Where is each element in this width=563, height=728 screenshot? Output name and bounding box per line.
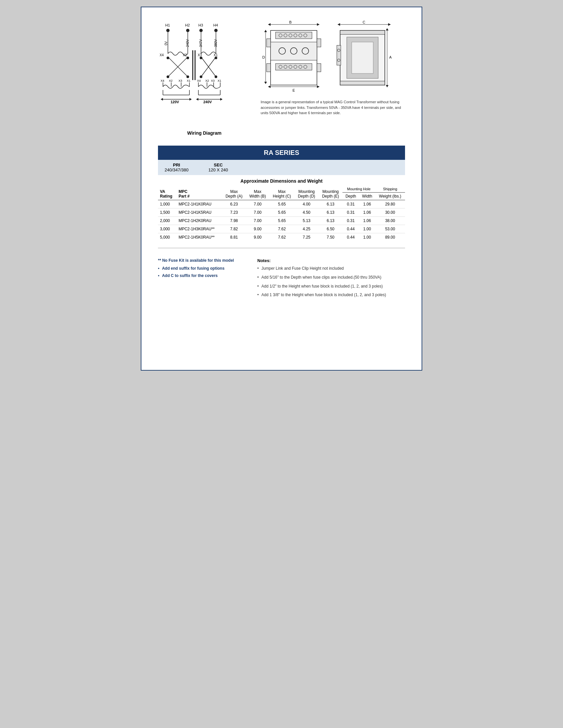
transformer-diagrams: B D E [260, 21, 405, 93]
svg-point-31 [186, 75, 189, 78]
svg-point-27 [186, 57, 189, 59]
wiring-section: H1 H2 H3 H4 0V 240V 347V 380V [158, 21, 251, 136]
left-bullet-1: Add end suffix for fusing options [158, 266, 244, 271]
right-bullet: Add 1/2" to the Height when fuse block i… [257, 284, 405, 289]
svg-point-30 [166, 75, 169, 78]
svg-point-28 [200, 57, 202, 59]
notes-title: Notes: [257, 258, 405, 263]
svg-marker-57 [161, 98, 163, 101]
col-mh-depth: Depth [343, 193, 359, 200]
svg-marker-65 [268, 23, 270, 26]
svg-text:X3: X3 [198, 53, 202, 57]
svg-rect-110 [340, 81, 385, 85]
cell-mount-d: 4.00 [295, 200, 319, 208]
transformer-caption: Image is a general representation of a t… [260, 99, 405, 116]
svg-text:B: B [289, 21, 292, 24]
svg-rect-96 [317, 39, 321, 47]
cell-mount-e: 7.50 [319, 233, 343, 242]
cell-mount-e: 6.50 [319, 225, 343, 233]
cell-height: 5.65 [269, 200, 295, 208]
right-bullet: Add 5/16" to the Depth when fuse clips a… [257, 275, 405, 280]
svg-marker-58 [189, 98, 192, 101]
transformer-section: B D E [260, 21, 405, 136]
col-height: MaxHeight (C) [269, 186, 295, 200]
col-part: MPCPart # [176, 186, 222, 200]
cell-width: 9.00 [246, 225, 269, 233]
svg-marker-73 [268, 85, 270, 88]
svg-text:X4: X4 [160, 53, 164, 57]
cell-mh-depth: 0.31 [343, 200, 359, 208]
cell-ship-wt: 30.00 [375, 208, 405, 217]
cell-va: 1,000 [158, 200, 176, 208]
cell-part: MPC2-1H3K0RAU** [176, 225, 222, 233]
svg-text:A: A [389, 55, 392, 59]
cell-depth: 8.81 [222, 233, 246, 242]
cell-width: 7.00 [246, 217, 269, 225]
svg-rect-98 [317, 64, 321, 72]
transformer-side-svg: C A [334, 21, 393, 93]
cell-va: 3,000 [158, 225, 176, 233]
svg-text:X1: X1 [217, 79, 221, 82]
svg-marker-104 [386, 28, 389, 30]
cell-va: 2,000 [158, 217, 176, 225]
svg-text:C: C [363, 21, 365, 24]
col-mount-e: MountingDepth (E) [319, 186, 343, 200]
svg-rect-112 [352, 42, 373, 73]
cell-mount-e: 6.13 [319, 200, 343, 208]
svg-rect-97 [266, 64, 270, 72]
svg-point-26 [166, 57, 169, 59]
svg-text:X1: X1 [187, 79, 190, 82]
cell-mount-d: 5.13 [295, 217, 319, 225]
page: H1 H2 H3 H4 0V 240V 347V 380V [141, 7, 422, 371]
sec-value: 120 X 240 [208, 167, 228, 172]
col-group-mh: Mounting Hole [343, 186, 375, 193]
cell-mh-width: 1.00 [359, 225, 375, 233]
table-row: 1,500 MPC2-1H1K5RAU 7.23 7.00 5.65 4.50 … [158, 208, 405, 217]
cell-mount-d: 4.25 [295, 225, 319, 233]
left-bullet-2: Add C to suffix for the covers [158, 273, 244, 278]
svg-text:X3: X3 [178, 79, 182, 82]
col-depth: MaxDepth (A) [222, 186, 246, 200]
bottom-section: ** No Fuse Kit is available for this mod… [158, 258, 405, 301]
separator [158, 248, 405, 248]
cell-depth: 7.98 [222, 217, 246, 225]
pri-label: PRI [173, 162, 180, 167]
svg-marker-70 [264, 82, 267, 84]
cell-height: 5.65 [269, 208, 295, 217]
svg-text:X2: X2 [183, 53, 187, 57]
svg-rect-84 [270, 42, 317, 60]
table-row: 3,000 MPC2-1H3K0RAU** 7.82 9.00 7.62 4.2… [158, 225, 405, 233]
svg-marker-101 [388, 23, 391, 26]
svg-point-6 [214, 29, 217, 32]
svg-marker-66 [317, 23, 320, 26]
cell-width: 7.00 [246, 208, 269, 217]
svg-text:X2: X2 [205, 79, 209, 82]
sec-spec: SEC 120 X 240 [208, 162, 228, 172]
svg-text:X4: X4 [197, 79, 201, 82]
wiring-label: Wiring Diagram [158, 130, 251, 136]
col-group-ship: Shipping [375, 186, 405, 193]
cell-mh-depth: 0.31 [343, 208, 359, 217]
svg-text:0V: 0V [164, 41, 168, 45]
cell-depth: 7.82 [222, 225, 246, 233]
cell-mh-depth: 0.44 [343, 233, 359, 242]
data-table: VARating MPCPart # MaxDepth (A) MaxWidth… [158, 186, 405, 241]
svg-text:120V: 120V [170, 100, 179, 104]
cell-mh-depth: 0.44 [343, 225, 359, 233]
svg-text:X4: X4 [161, 79, 164, 82]
ra-series-section: RA SERIES PRI 240/347/380 SEC 120 X 240 … [158, 146, 405, 241]
svg-point-2 [186, 29, 189, 32]
svg-text:X1: X1 [213, 53, 218, 57]
svg-text:X3: X3 [211, 79, 214, 82]
svg-rect-95 [266, 39, 270, 47]
cell-part: MPC2-1H1K0RAU [176, 200, 222, 208]
cell-part: MPC2-1H2K0RAU [176, 217, 222, 225]
wiring-diagram-svg: H1 H2 H3 H4 0V 240V 347V 380V [158, 21, 251, 128]
col-width: MaxWidth (B) [246, 186, 269, 200]
svg-text:240V: 240V [203, 100, 212, 104]
dimensions-title: Approximate Dimensions and Weight [158, 175, 405, 186]
cell-part: MPC2-1H1K5RAU [176, 208, 222, 217]
svg-rect-109 [340, 30, 385, 34]
cell-height: 7.62 [269, 225, 295, 233]
svg-marker-69 [264, 30, 267, 32]
